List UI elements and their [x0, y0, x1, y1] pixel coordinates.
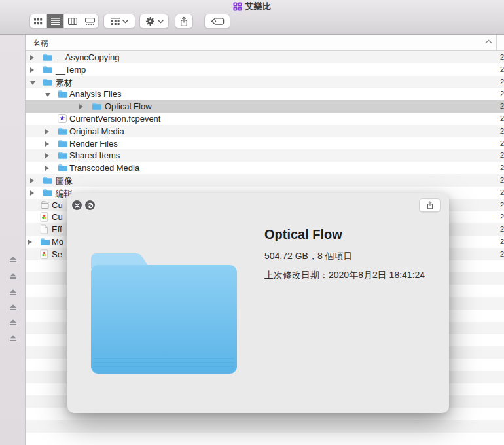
sort-chevron-up-icon — [485, 39, 492, 44]
clipped-date-column-text: 2 — [500, 225, 504, 233]
clipped-date-column-text: 2 — [500, 164, 504, 171]
list-item-label: __AsyncCopying — [56, 52, 120, 62]
eject-icon[interactable] — [9, 255, 18, 264]
disclosure-right-icon[interactable] — [28, 240, 32, 245]
action-menu-button[interactable] — [139, 14, 169, 29]
share-icon — [179, 16, 189, 27]
clipped-date-column-text: 2 — [500, 151, 504, 159]
list-item[interactable]: 素材2 — [26, 76, 504, 88]
close-icon — [75, 203, 80, 208]
list-view-button[interactable] — [47, 14, 64, 28]
clipped-date-column-text: 2 — [500, 115, 504, 122]
folder-icon — [40, 237, 51, 247]
fcpevent-icon — [58, 114, 69, 124]
eject-icon[interactable] — [9, 272, 18, 281]
folder-icon — [58, 151, 69, 160]
clipped-date-column-text: 2 — [500, 213, 504, 221]
folder-icon — [92, 101, 103, 111]
list-item-label: CurrentVersion.fcpevent — [69, 114, 160, 124]
list-item-label: Transcoded Media — [69, 163, 139, 173]
quicklook-modified-line: 上次修改日期：2020年8月2日 18:41:24 — [264, 270, 425, 281]
eject-icon[interactable] — [9, 303, 18, 312]
share-icon — [426, 200, 434, 210]
list-item[interactable]: Transcoded Media2 — [26, 162, 504, 174]
sidebar — [0, 35, 26, 445]
disclosure-right-icon[interactable] — [45, 166, 49, 171]
list-view-icon — [51, 18, 60, 25]
name-column-header[interactable]: 名稱 — [26, 35, 504, 51]
list-item-label: Eff — [52, 224, 62, 234]
folder-icon — [58, 163, 69, 173]
column-header-label: 名稱 — [33, 38, 48, 49]
list-item[interactable]: __AsyncCopying2 — [26, 51, 504, 63]
list-item[interactable]: Shared Items2 — [26, 149, 504, 162]
folder-icon — [58, 89, 69, 99]
disclosure-right-icon[interactable] — [30, 190, 34, 196]
clipped-date-column-text: 2 — [500, 65, 504, 73]
list-item-label: Optical Flow — [105, 101, 152, 111]
colordoc-icon — [40, 249, 51, 259]
finder-window: { "window": { "title": "艾樂比" }, "toolbar… — [0, 0, 504, 445]
group-by-icon — [111, 18, 120, 26]
tag-icon — [211, 17, 225, 26]
folder-preview-icon — [87, 251, 241, 376]
fcp-library-icon — [233, 2, 242, 11]
tag-button[interactable] — [204, 14, 230, 29]
disclosure-right-icon[interactable] — [30, 178, 34, 183]
list-item[interactable]: Render Files2 — [26, 137, 504, 150]
disclosure-right-icon[interactable] — [79, 104, 83, 109]
disclosure-right-icon[interactable] — [45, 129, 49, 134]
disclosure-down-icon[interactable] — [45, 93, 50, 97]
titlebar: 艾樂比 — [0, 1, 504, 12]
list-item-label: Mo — [52, 237, 63, 247]
icon-view-button[interactable] — [30, 14, 47, 28]
quicklook-size-line: 504.72 GB，8 個項目 — [264, 251, 353, 262]
list-item[interactable]: CurrentVersion.fcpevent2 — [26, 113, 504, 125]
close-button[interactable] — [72, 200, 82, 210]
column-divider[interactable] — [496, 35, 497, 51]
quicklook-title: Optical Flow — [264, 227, 342, 242]
list-item[interactable]: Original Media2 — [26, 125, 504, 137]
list-item-label: 素材 — [56, 77, 73, 89]
folder-icon — [43, 77, 54, 87]
view-segmented-control — [29, 14, 99, 29]
chevron-down-icon — [122, 20, 128, 24]
disclosure-right-icon[interactable] — [30, 67, 34, 73]
list-item[interactable]: 圖像2 — [26, 174, 504, 187]
disclosure-right-icon[interactable] — [45, 153, 49, 158]
prohibit-icon — [87, 202, 94, 209]
gear-icon — [145, 16, 155, 26]
list-item-label: __Temp — [56, 65, 86, 75]
list-item-label: Cu — [52, 212, 63, 222]
icon-view-icon — [34, 18, 43, 25]
disclosure-right-icon[interactable] — [30, 55, 34, 60]
clipped-date-column-text: 2 — [500, 102, 504, 110]
doc-icon — [40, 224, 51, 234]
clipped-date-column-text: 2 — [500, 176, 504, 184]
clipped-date-column-text: 2 — [500, 127, 504, 135]
group-by-button[interactable] — [103, 14, 135, 29]
list-item[interactable]: __Temp2 — [26, 63, 504, 76]
window-title: 艾樂比 — [245, 1, 272, 12]
quicklook-popup: Optical Flow 504.72 GB，8 個項目 上次修改日期：2020… — [67, 193, 449, 413]
colordoc-icon — [40, 212, 51, 222]
list-item[interactable]: Optical Flow2 — [26, 100, 504, 113]
eject-icon[interactable] — [9, 318, 18, 327]
gallery-view-button[interactable] — [81, 14, 98, 28]
chevron-down-icon — [158, 20, 164, 24]
eject-icon[interactable] — [9, 288, 18, 297]
share-button[interactable] — [175, 14, 193, 29]
toolbar — [0, 14, 504, 29]
disclosure-right-icon[interactable] — [45, 141, 49, 147]
disclosure-down-icon[interactable] — [30, 81, 35, 85]
empty-row — [26, 433, 504, 445]
list-item-label: Render Files — [69, 139, 118, 149]
quicklook-share-button[interactable] — [419, 198, 441, 212]
list-item[interactable]: Analysis Files2 — [26, 88, 504, 100]
prohibit-button[interactable] — [85, 200, 95, 210]
clipped-date-column-text: 2 — [500, 139, 504, 147]
clipped-date-column-text: 2 — [500, 250, 504, 258]
eject-icon[interactable] — [9, 334, 18, 343]
list-item-label: Shared Items — [69, 151, 120, 160]
column-view-button[interactable] — [64, 14, 81, 28]
